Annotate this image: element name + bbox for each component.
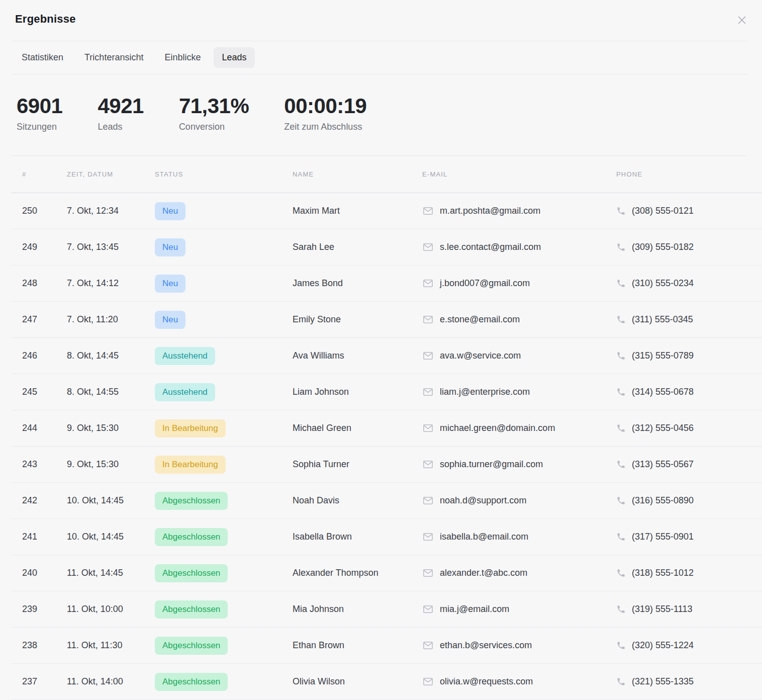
envelope-icon [422,241,434,253]
status-badge: Abgeschlossen [155,528,228,546]
row-email-cell[interactable]: m.art.poshta@gmail.com [422,205,616,217]
table-row[interactable]: 247 7. Okt, 11:20 Neu Emily Stone e.ston… [11,302,762,338]
stat-label: Sitzungen [17,122,62,132]
row-phone-cell[interactable]: (313) 555-0567 [616,459,762,470]
row-email-cell[interactable]: isabella.b@email.com [422,531,616,543]
status-badge: Ausstehend [155,347,215,365]
row-phone-cell[interactable]: (321) 555-1335 [616,676,762,687]
row-status-cell: In Bearbeitung [155,456,293,474]
row-phone-cell[interactable]: (320) 555-1224 [616,640,762,651]
table-row[interactable]: 237 11. Okt, 14:00 Abgeschlossen Olivia … [11,664,762,700]
row-email-cell[interactable]: olivia.w@requests.com [422,676,616,687]
row-phone-cell[interactable]: (312) 555-0456 [616,423,762,433]
table-row[interactable]: 246 8. Okt, 14:45 Ausstehend Ava William… [11,338,762,374]
row-name: Ethan Brown [293,640,422,651]
stat-value: 71,31% [179,95,249,117]
row-phone: (318) 555-1012 [632,568,694,578]
envelope-icon [422,567,434,579]
row-status-cell: Neu [155,311,293,329]
table-row[interactable]: 239 11. Okt, 10:00 Abgeschlossen Mia Joh… [11,591,762,628]
table-row[interactable]: 248 7. Okt, 14:12 Neu James Bond j.bond0… [11,266,762,302]
row-name: Noah Davis [293,495,422,506]
table-row[interactable]: 244 9. Okt, 15:30 In Bearbeitung Michael… [11,410,762,447]
row-email-cell[interactable]: ethan.b@services.com [422,640,616,651]
table-row[interactable]: 242 10. Okt, 14:45 Abgeschlossen Noah Da… [11,483,762,519]
row-datetime: 9. Okt, 15:30 [67,423,155,433]
status-badge: Neu [155,202,185,220]
column-header-name: NAME [293,170,422,178]
row-id: 245 [22,387,67,397]
row-name: Liam Johnson [293,387,422,397]
row-status-cell: In Bearbeitung [155,419,293,438]
row-email: s.lee.contact@gmail.com [440,242,541,252]
row-id: 243 [22,459,67,470]
row-phone-cell[interactable]: (315) 555-0789 [616,351,762,361]
row-phone-cell[interactable]: (314) 555-0678 [616,387,762,397]
row-id: 250 [22,206,67,216]
tab-trichteransicht[interactable]: Trichteransicht [76,47,151,68]
row-datetime: 8. Okt, 14:55 [67,387,155,397]
table-row[interactable]: 250 7. Okt, 12:34 Neu Maxim Mart m.art.p… [11,193,762,229]
row-datetime: 7. Okt, 12:34 [67,206,155,216]
row-id: 244 [22,423,67,433]
status-badge: Abgeschlossen [155,673,228,691]
phone-icon [616,604,626,614]
row-phone: (310) 555-0234 [632,278,694,289]
phone-icon [616,568,626,578]
row-email-cell[interactable]: e.stone@email.com [422,314,616,325]
row-id: 238 [22,640,67,651]
stats-summary: 6901 Sitzungen 4921 Leads 71,31% Convers… [0,74,762,155]
row-phone-cell[interactable]: (311) 555-0345 [616,314,762,325]
phone-icon [616,279,626,288]
row-status-cell: Abgeschlossen [155,528,293,546]
close-button[interactable] [734,12,750,28]
row-name: Sophia Turner [293,459,422,470]
status-badge: Neu [155,238,185,256]
envelope-icon [422,278,434,289]
row-datetime: 8. Okt, 14:45 [67,351,155,361]
row-email-cell[interactable]: ava.w@service.com [422,350,616,362]
row-email-cell[interactable]: michael.green@domain.com [422,422,616,434]
row-email-cell[interactable]: mia.j@email.com [422,603,616,615]
table-row[interactable]: 245 8. Okt, 14:55 Ausstehend Liam Johnso… [11,374,762,410]
stat-value: 00:00:19 [284,95,366,117]
status-badge: Abgeschlossen [155,492,228,510]
row-phone-cell[interactable]: (318) 555-1012 [616,568,762,578]
tab-statistiken[interactable]: Statistiken [14,47,71,68]
row-name: Sarah Lee [293,242,422,252]
row-email-cell[interactable]: s.lee.contact@gmail.com [422,241,616,253]
row-status-cell: Ausstehend [155,383,293,401]
column-header-email: E-MAIL [422,170,616,178]
row-email: e.stone@email.com [440,314,520,325]
tab-leads[interactable]: Leads [214,47,254,68]
tab-einblicke[interactable]: Einblicke [156,47,209,68]
row-status-cell: Abgeschlossen [155,564,293,582]
table-row[interactable]: 243 9. Okt, 15:30 In Bearbeitung Sophia … [11,447,762,483]
table-row[interactable]: 249 7. Okt, 13:45 Neu Sarah Lee s.lee.co… [11,229,762,266]
phone-icon [616,242,626,252]
row-phone-cell[interactable]: (316) 555-0890 [616,495,762,506]
row-email-cell[interactable]: alexander.t@abc.com [422,567,616,579]
row-id: 247 [22,314,67,325]
row-status-cell: Ausstehend [155,347,293,365]
row-phone-cell[interactable]: (317) 555-0901 [616,532,762,542]
row-phone-cell[interactable]: (319) 555-1113 [616,604,762,615]
row-email: sophia.turner@gmail.com [440,459,543,470]
row-phone-cell[interactable]: (309) 555-0182 [616,242,762,252]
row-email-cell[interactable]: noah.d@support.com [422,495,616,506]
row-email: ethan.b@services.com [440,640,532,651]
row-phone-cell[interactable]: (308) 555-0121 [616,206,762,216]
row-email-cell[interactable]: j.bond007@gmail.com [422,278,616,289]
envelope-icon [422,314,434,325]
row-phone: (317) 555-0901 [632,532,694,542]
row-email: mia.j@email.com [440,604,509,615]
envelope-icon [422,422,434,434]
table-row[interactable]: 240 11. Okt, 14:45 Abgeschlossen Alexand… [11,555,762,591]
row-phone: (309) 555-0182 [632,242,694,252]
row-phone-cell[interactable]: (310) 555-0234 [616,278,762,289]
row-email-cell[interactable]: sophia.turner@gmail.com [422,459,616,470]
table-row[interactable]: 241 10. Okt, 14:45 Abgeschlossen Isabell… [11,519,762,555]
table-row[interactable]: 238 11. Okt, 11:30 Abgeschlossen Ethan B… [11,628,762,664]
envelope-icon [422,350,434,362]
row-email-cell[interactable]: liam.j@enterprise.com [422,386,616,398]
